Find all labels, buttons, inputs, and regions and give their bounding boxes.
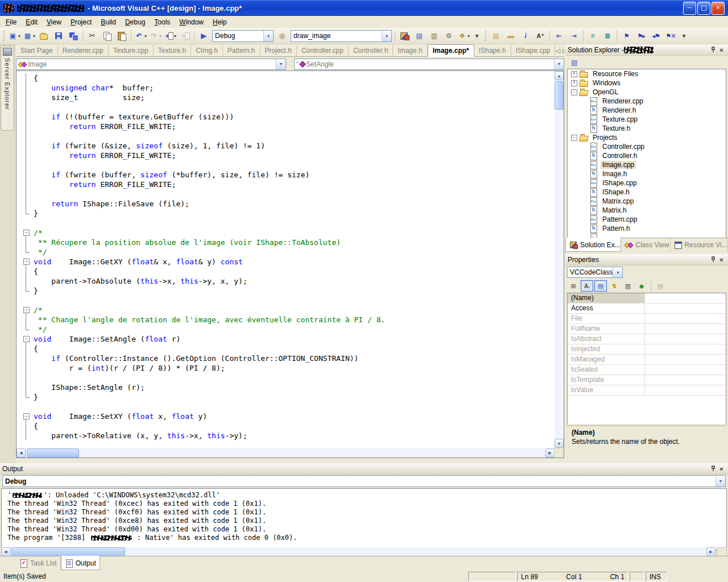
dropdown-caret-icon[interactable]: ▾ <box>468 34 470 39</box>
toolbar-grip[interactable] <box>485 30 487 41</box>
menu-debug[interactable]: Debug <box>121 17 150 27</box>
doc-tab-image-cpp-[interactable]: Image.cpp* <box>428 44 474 57</box>
class-view-button[interactable]: ❖▾ <box>456 29 471 43</box>
pin-icon[interactable] <box>709 256 717 264</box>
tree-item-texture-cpp[interactable]: Texture.cpp <box>568 115 726 124</box>
output-text-area[interactable]: '': Unloaded 'C:\WINDOWS\system32\mcd32.… <box>1 488 727 550</box>
scroll-right-icon[interactable]: ▶ <box>545 448 555 458</box>
find-combo[interactable]: draw_image▼ <box>291 30 392 42</box>
panel-tab-resource-vi-[interactable]: Resource Vi... <box>671 238 728 252</box>
properties-window-button[interactable]: ▤ <box>412 29 427 43</box>
green-diamond-button[interactable]: ◆ <box>635 280 648 292</box>
dropdown-caret-icon[interactable]: ▾ <box>33 34 35 39</box>
configuration-combo[interactable]: Debug▼ <box>212 30 274 42</box>
types-dropdown[interactable]: Image ▼ <box>16 59 286 70</box>
undo-button[interactable]: ↶▾ <box>133 29 148 43</box>
nav-forward-button[interactable]: ↪ <box>177 29 192 43</box>
member-list-button[interactable]: ▤ <box>489 29 503 43</box>
fold-marker[interactable] <box>16 411 34 421</box>
menu-file[interactable]: File <box>1 17 21 27</box>
panel-tab-solution-ex-[interactable]: Solution Ex... <box>565 238 621 252</box>
tree-item-opengl[interactable]: -OpenGL <box>568 88 726 97</box>
panel-tab-class-view[interactable]: Class View <box>621 238 670 252</box>
combo-arrow-icon[interactable]: ▼ <box>382 31 391 41</box>
property-row-fullname[interactable]: FullName <box>568 324 726 334</box>
parameter-info-button[interactable]: ▬ <box>503 29 518 43</box>
save-all-button[interactable] <box>66 29 81 43</box>
property-value[interactable] <box>645 365 726 375</box>
menu-tools[interactable]: Tools <box>150 17 175 27</box>
code-editor[interactable]: { unsigned char* buffer; size_t size; if… <box>16 70 564 458</box>
combo-arrow-icon[interactable]: ▼ <box>715 476 725 487</box>
alphabetical-button[interactable]: A↓ <box>581 280 593 292</box>
doc-tab-controller-cpp[interactable]: Controller.cpp <box>297 45 349 56</box>
toolbar-grip[interactable] <box>3 30 5 41</box>
property-pages-button[interactable]: ▤ <box>654 280 667 292</box>
toggle-bookmark-button[interactable]: ⚑ <box>619 29 634 43</box>
property-value[interactable] <box>645 344 726 354</box>
fold-marker[interactable] <box>16 228 34 238</box>
code-area[interactable]: { unsigned char* buffer; size_t size; if… <box>16 71 555 448</box>
start-button[interactable]: ▶ <box>196 29 211 43</box>
minimize-button[interactable]: ─ <box>683 2 696 15</box>
dropdown-caret-icon[interactable]: ▾ <box>159 34 162 39</box>
se-properties-button[interactable]: ▤ <box>567 55 582 69</box>
fold-marker[interactable] <box>16 334 34 344</box>
close-panel-icon[interactable]: × <box>717 465 726 473</box>
properties-grid[interactable]: (Name)AccessFileFullNameIsAbstractIsInje… <box>567 293 726 426</box>
menu-build[interactable]: Build <box>96 17 121 27</box>
tree-item-ishape-cpp[interactable]: IShape.cpp <box>568 178 726 188</box>
tree-item-texture-h[interactable]: Texture.h <box>568 124 726 133</box>
doc-tab-texture-cpp[interactable]: Texture.cpp <box>109 45 154 56</box>
property-value[interactable] <box>645 304 726 313</box>
tree-item-matrix-h[interactable]: Matrix.h <box>568 206 726 215</box>
scroll-up-icon[interactable]: ▲ <box>555 71 564 80</box>
solution-tree[interactable]: +Resource Files+Windows-OpenGLRenderer.c… <box>567 69 726 239</box>
scroll-left-icon[interactable]: ◀ <box>16 448 26 458</box>
paste-button[interactable] <box>114 29 129 43</box>
comment-button[interactable]: ≡ <box>585 29 600 43</box>
dropdown-caret-icon[interactable]: ▾ <box>174 34 176 39</box>
dropdown-caret-icon[interactable]: ▾ <box>144 34 147 39</box>
doc-tab-cimg-h[interactable]: CImg.h <box>191 45 223 56</box>
quick-info-button[interactable]: i <box>518 29 533 43</box>
collapse-icon[interactable]: - <box>571 89 577 95</box>
doc-tab-start-page[interactable]: Start Page <box>16 45 58 56</box>
copy-button[interactable] <box>100 29 114 43</box>
clear-bookmarks-button[interactable]: ⚑✕ <box>663 29 678 43</box>
tree-item-renderer-cpp[interactable]: Renderer.cpp <box>568 97 726 106</box>
menu-window[interactable]: Window <box>175 17 208 27</box>
combo-arrow-icon[interactable]: ▼ <box>263 31 273 41</box>
categorized-button[interactable]: ⊞ <box>567 280 580 292</box>
doc-tab-image-h[interactable]: Image.h <box>393 45 427 56</box>
overflow-button[interactable]: ▾ <box>471 29 483 43</box>
tree-item-controller-cpp[interactable]: Controller.cpp <box>568 142 726 151</box>
collapse-icon[interactable]: - <box>571 135 577 141</box>
doc-tab-pattern-h[interactable]: Pattern.h <box>223 45 260 56</box>
property-value[interactable] <box>645 334 726 344</box>
tree-item-resource-files[interactable]: +Resource Files <box>568 69 726 78</box>
output-channel-combo[interactable]: Debug ▼ <box>2 475 726 487</box>
save-button[interactable] <box>51 29 66 43</box>
object-selector-combo[interactable]: VCCodeClass ▼ <box>567 267 623 278</box>
messages-button[interactable]: ▥ <box>622 280 634 292</box>
menu-view[interactable]: View <box>42 17 66 27</box>
property-row-isvalue[interactable]: IsValue <box>568 385 726 396</box>
toolbox-button[interactable]: ⚙ <box>441 29 456 43</box>
menu-help[interactable]: Help <box>208 17 231 27</box>
uncomment-button[interactable]: ≣ <box>600 29 615 43</box>
properties-view-button[interactable]: ▤ <box>594 280 607 292</box>
open-button[interactable] <box>36 29 51 43</box>
pin-icon[interactable] <box>709 465 717 473</box>
property-row--name-[interactable]: (Name) <box>568 293 726 304</box>
redo-button[interactable]: ↷▾ <box>148 29 163 43</box>
tree-item-image-cpp[interactable]: Image.cpp <box>568 160 726 169</box>
server-explorer-tab[interactable]: Server Explorer <box>1 45 14 131</box>
fold-marker[interactable] <box>16 305 34 315</box>
increase-indent-button[interactable]: ⇥ <box>566 29 581 43</box>
property-row-istemplate[interactable]: IsTemplate <box>568 375 726 385</box>
scroll-left-icon[interactable]: ◀ <box>1 547 10 556</box>
next-bookmark-button[interactable]: ⚑▸ <box>634 29 648 43</box>
property-row-isinjected[interactable]: IsInjected <box>568 344 726 355</box>
fold-marker[interactable] <box>16 257 34 267</box>
